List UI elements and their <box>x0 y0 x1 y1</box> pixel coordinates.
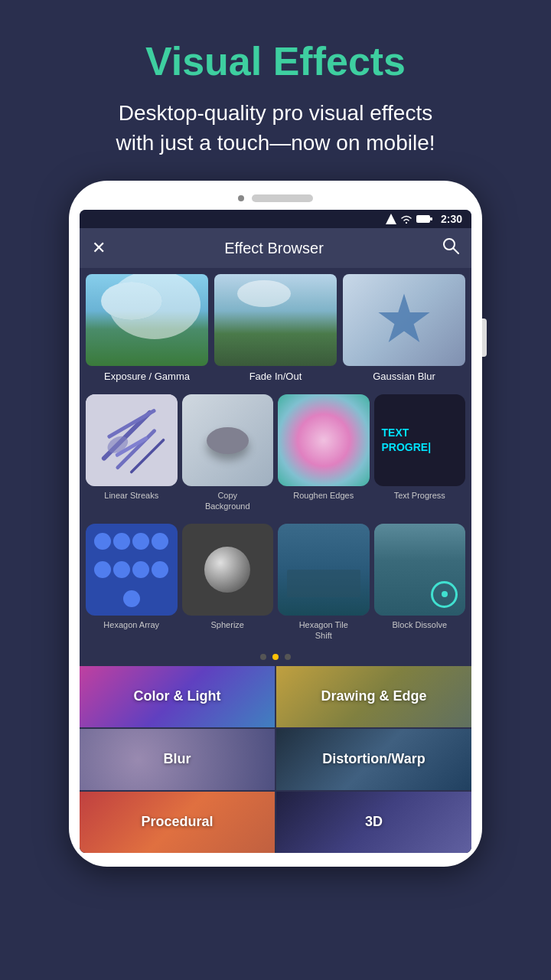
spherize-visual <box>182 524 274 616</box>
category-grid: Color & Light Drawing & Edge Blur Distor… <box>80 666 471 853</box>
effect-label-gaussian: Gaussian Blur <box>343 366 465 388</box>
category-blur[interactable]: Blur <box>80 729 275 790</box>
block-dissolve-visual <box>374 524 466 616</box>
category-distortion[interactable]: Distortion/Warp <box>276 729 471 790</box>
effect-thumb-text-progress: TEXT PROGRE| <box>374 394 466 486</box>
effect-thumb-roughen <box>278 394 370 486</box>
svg-rect-1 <box>416 215 430 223</box>
close-button[interactable]: ✕ <box>92 238 106 258</box>
effect-label-exposure: Exposure / Gamma <box>86 366 208 388</box>
category-label-distortion: Distortion/Warp <box>322 751 425 767</box>
effect-thumb-spherize <box>182 524 274 616</box>
top-effects-scroll: Exposure / Gamma Fade In/Out Gaussian Bl… <box>80 268 471 388</box>
category-color-light[interactable]: Color & Light <box>80 666 275 727</box>
category-label-blur: Blur <box>164 751 191 767</box>
text-progress-visual: TEXT PROGRE| <box>374 394 466 486</box>
hex-dot <box>132 561 149 578</box>
hex-dot <box>132 533 149 550</box>
effect-item-exposure[interactable]: Exposure / Gamma <box>86 274 208 388</box>
dots-indicator <box>80 648 471 666</box>
effect-thumb-hex-tile <box>278 524 370 616</box>
roughen-visual <box>278 394 370 486</box>
effect-thumb-block-dissolve <box>374 524 466 616</box>
hex-array-visual <box>86 524 178 616</box>
effect-cell-text-progress[interactable]: TEXT PROGRE| Text Progress <box>374 394 466 511</box>
star-shape <box>377 293 431 347</box>
effect-item-gaussian[interactable]: Gaussian Blur <box>343 274 465 388</box>
phone-frame: 2:30 ✕ Effect Browser Exposure / Gamma <box>69 181 482 866</box>
effect-thumb-hex-array <box>86 524 178 616</box>
hex-dot <box>123 590 140 607</box>
copy-bg-visual <box>182 394 274 486</box>
app-bar-title: Effect Browser <box>115 240 433 257</box>
phone-camera <box>238 195 244 201</box>
category-drawing-edge[interactable]: Drawing & Edge <box>276 666 471 727</box>
linear-streaks-svg <box>86 394 178 486</box>
effects-grid-row2: Hexagon Array Spherize Hexagon TileShift <box>80 518 471 647</box>
dot-2[interactable] <box>272 654 279 660</box>
hex-dot <box>94 533 111 550</box>
phone-side-button <box>482 318 487 357</box>
hex-dot <box>152 533 168 550</box>
hex-dot <box>152 561 168 578</box>
effect-cell-roughen[interactable]: Roughen Edges <box>278 394 370 511</box>
effect-label-hex-tile: Hexagon TileShift <box>299 619 348 642</box>
svg-marker-0 <box>386 214 396 224</box>
hex-dot <box>113 561 130 578</box>
effects-grid-row1: Linear Streaks CopyBackground Roughen Ed… <box>80 388 471 518</box>
dot-3[interactable] <box>285 654 291 660</box>
effect-cell-block-dissolve[interactable]: Block Dissolve <box>374 524 466 641</box>
effect-thumb-fade <box>214 274 337 366</box>
search-button[interactable] <box>442 237 459 259</box>
effect-cell-copy-bg[interactable]: CopyBackground <box>182 394 274 511</box>
status-time: 2:30 <box>441 213 462 225</box>
effect-label-block-dissolve: Block Dissolve <box>392 619 447 630</box>
hex-tile-visual <box>278 524 370 616</box>
signal-icon <box>386 214 396 224</box>
effect-label-linear: Linear Streaks <box>104 490 158 501</box>
phone-speaker <box>252 194 313 202</box>
effect-thumb-linear <box>86 394 178 486</box>
effect-label-spherize: Spherize <box>211 619 244 630</box>
dot-1[interactable] <box>260 654 266 660</box>
effect-label-fade: Fade In/Out <box>214 366 337 388</box>
effect-label-copy-bg: CopyBackground <box>205 490 250 512</box>
header-section: Visual Effects Desktop-quality pro visua… <box>0 0 551 181</box>
effect-label-roughen: Roughen Edges <box>293 490 354 501</box>
wifi-icon <box>400 214 412 224</box>
page-subtitle: Desktop-quality pro visual effectswith j… <box>46 98 505 158</box>
category-label-procedural: Procedural <box>141 814 213 830</box>
category-procedural[interactable]: Procedural <box>80 792 275 853</box>
category-3d[interactable]: 3D <box>276 792 471 853</box>
status-bar: 2:30 <box>80 210 471 228</box>
text-progress-line2: PROGRE| <box>382 440 432 456</box>
sphere-shape <box>204 547 250 593</box>
page-title: Visual Effects <box>46 38 505 84</box>
phone-top-area <box>80 194 471 202</box>
battery-icon <box>416 214 433 224</box>
svg-rect-2 <box>430 217 432 220</box>
category-label-3d: 3D <box>365 814 383 830</box>
fade-visual <box>214 274 337 366</box>
effect-thumb-gaussian <box>343 274 465 366</box>
svg-line-4 <box>453 248 458 253</box>
gaussian-visual <box>343 274 465 366</box>
effect-cell-hex-tile[interactable]: Hexagon TileShift <box>278 524 370 641</box>
hex-dot <box>113 533 130 550</box>
text-progress-line1: TEXT <box>382 426 409 441</box>
effect-label-text-progress: Text Progress <box>394 490 445 501</box>
hex-dot <box>94 561 111 578</box>
effect-thumb-exposure <box>86 274 208 366</box>
exposure-visual <box>86 274 208 366</box>
status-icons <box>386 214 433 224</box>
effect-item-fade[interactable]: Fade In/Out <box>214 274 337 388</box>
effect-cell-spherize[interactable]: Spherize <box>182 524 274 641</box>
copy-bg-shape <box>207 427 249 454</box>
dissolve-circle <box>431 581 458 608</box>
search-icon <box>442 237 459 254</box>
effect-label-hex-array: Hexagon Array <box>103 619 159 630</box>
app-bar: ✕ Effect Browser <box>80 228 471 268</box>
category-label-drawing: Drawing & Edge <box>321 688 426 704</box>
effect-cell-linear[interactable]: Linear Streaks <box>86 394 178 511</box>
effect-cell-hex-array[interactable]: Hexagon Array <box>86 524 178 641</box>
